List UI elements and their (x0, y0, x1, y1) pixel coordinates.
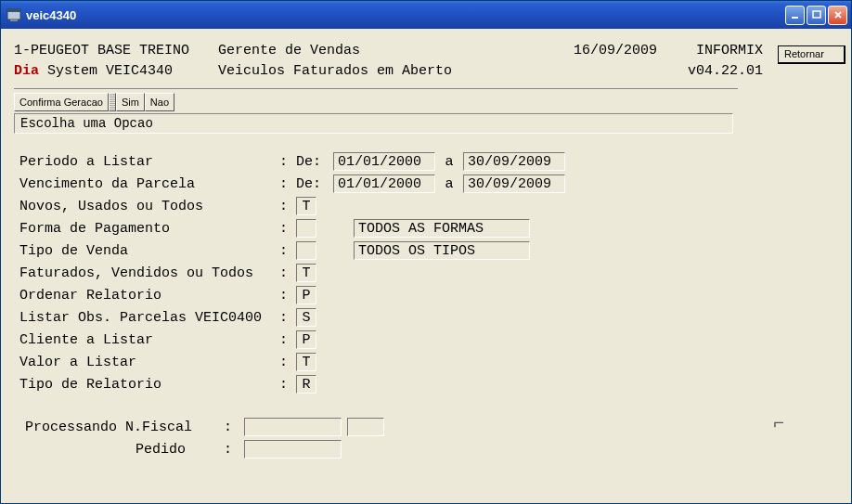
toolbar-separator-icon (109, 93, 116, 111)
label-valor: Valor a Listar (19, 355, 279, 370)
label-vencimento: Vencimento da Parcela (19, 176, 279, 192)
label-ordenar: Ordenar Relatorio (19, 288, 279, 304)
forma-code-input[interactable] (296, 219, 316, 238)
row-vencimento: Vencimento da Parcela : De: 01/01/2000 a… (19, 173, 763, 195)
label-tipo-venda: Tipo de Venda (19, 243, 279, 259)
status-bar: Escolha uma Opcao (14, 113, 733, 134)
nfiscal-input-2[interactable] (347, 418, 384, 436)
row-pedido: Pedido : (19, 438, 763, 460)
label-cliente: Cliente a Listar (19, 332, 279, 348)
row-tipo-venda: Tipo de Venda : TODOS OS TIPOS (19, 239, 763, 262)
periodo-from-input[interactable]: 01/01/2000 (333, 152, 435, 171)
form: Periodo a Listar : De: 01/01/2000 a 30/0… (14, 150, 763, 460)
listar-obs-input[interactable]: S (296, 308, 316, 327)
pedido-input[interactable] (244, 440, 342, 459)
svg-rect-1 (7, 9, 20, 12)
svg-rect-2 (10, 19, 18, 21)
nao-button[interactable]: Nao (145, 93, 174, 111)
window-controls (785, 6, 847, 25)
app-icon (6, 7, 21, 22)
toolbar: Confirma Geracao Sim Nao (14, 93, 763, 111)
svg-rect-3 (792, 17, 798, 19)
close-button[interactable] (828, 6, 847, 25)
user-role: Gerente de Vendas (218, 42, 559, 60)
retornar-button[interactable]: Retornar (778, 45, 846, 64)
main-panel: 1-PEUGEOT BASE TREINO Gerente de Vendas … (1, 29, 772, 503)
tipo-venda-code-input[interactable] (296, 241, 316, 260)
label-listar-obs: Listar Obs. Parcelas VEIC0400 (19, 310, 279, 326)
row-periodo: Periodo a Listar : De: 01/01/2000 a 30/0… (19, 150, 763, 173)
maximize-button[interactable] (807, 6, 826, 25)
resize-grip-icon[interactable]: ⌐ (773, 412, 784, 433)
client-area: 1-PEUGEOT BASE TREINO Gerente de Vendas … (1, 29, 851, 503)
row-valor: Valor a Listar : T (19, 351, 763, 373)
label-tipo-relatorio: Tipo de Relatorio (19, 377, 279, 393)
vencimento-to-input[interactable]: 30/09/2009 (463, 174, 565, 193)
dia-prefix: Dia (14, 63, 39, 79)
company-name: 1-PEUGEOT BASE TREINO (14, 42, 218, 60)
label-processando: Processando N.Fiscal (19, 420, 224, 435)
header-line-2: Dia System VEIC4340 Veiculos Faturados e… (14, 62, 763, 81)
status-text: Escolha uma Opcao (20, 116, 153, 131)
row-processando: Processando N.Fiscal : (19, 416, 763, 438)
row-cliente: Cliente a Listar : P (19, 329, 763, 351)
titlebar: veic4340 (1, 1, 851, 29)
sim-button[interactable]: Sim (116, 93, 145, 111)
svg-rect-4 (813, 11, 820, 18)
de-label: De: (296, 154, 333, 170)
db-name: INFORMIX (670, 42, 763, 60)
minimize-button[interactable] (785, 6, 805, 25)
label-forma: Forma de Pagamento (19, 221, 279, 237)
version: v04.22.01 (670, 62, 763, 81)
confirma-geracao-button[interactable]: Confirma Geracao (14, 93, 109, 111)
sidebar: Retornar ⌐ (772, 29, 851, 503)
screen-title: Veiculos Faturados em Aberto (218, 62, 559, 81)
label-faturados: Faturados, Vendidos ou Todos (19, 265, 279, 281)
row-ordenar: Ordenar Relatorio : P (19, 284, 763, 306)
row-novos: Novos, Usados ou Todos : T (19, 195, 763, 217)
nfiscal-input-1[interactable] (244, 418, 342, 436)
vencimento-from-input[interactable]: 01/01/2000 (333, 174, 435, 193)
periodo-to-input[interactable]: 30/09/2009 (463, 152, 565, 171)
label-pedido: Pedido (19, 442, 224, 458)
label-periodo: Periodo a Listar (19, 154, 279, 170)
header-line-1: 1-PEUGEOT BASE TREINO Gerente de Vendas … (14, 42, 763, 60)
row-listar-obs: Listar Obs. Parcelas VEIC0400 : S (19, 306, 763, 329)
row-faturados: Faturados, Vendidos ou Todos : T (19, 262, 763, 284)
divider (14, 88, 738, 89)
row-forma: Forma de Pagamento : TODOS AS FORMAS (19, 217, 763, 239)
novos-input[interactable]: T (296, 197, 316, 215)
label-novos: Novos, Usados ou Todos (19, 199, 279, 214)
tipo-venda-desc-field: TODOS OS TIPOS (354, 241, 530, 260)
system-label: Dia System VEIC4340 (14, 62, 218, 81)
cliente-input[interactable]: P (296, 330, 316, 349)
window-title: veic4340 (26, 8, 785, 22)
faturados-input[interactable]: T (296, 264, 316, 282)
app-window: veic4340 1-PEUGEOT BASE TREINO Gerente d… (0, 0, 852, 504)
tipo-relatorio-input[interactable]: R (296, 375, 316, 394)
row-tipo-relatorio: Tipo de Relatorio : R (19, 373, 763, 395)
date: 16/09/2009 (559, 42, 670, 60)
forma-desc-field: TODOS AS FORMAS (354, 219, 530, 238)
valor-input[interactable]: T (296, 353, 316, 371)
ordenar-input[interactable]: P (296, 286, 316, 304)
